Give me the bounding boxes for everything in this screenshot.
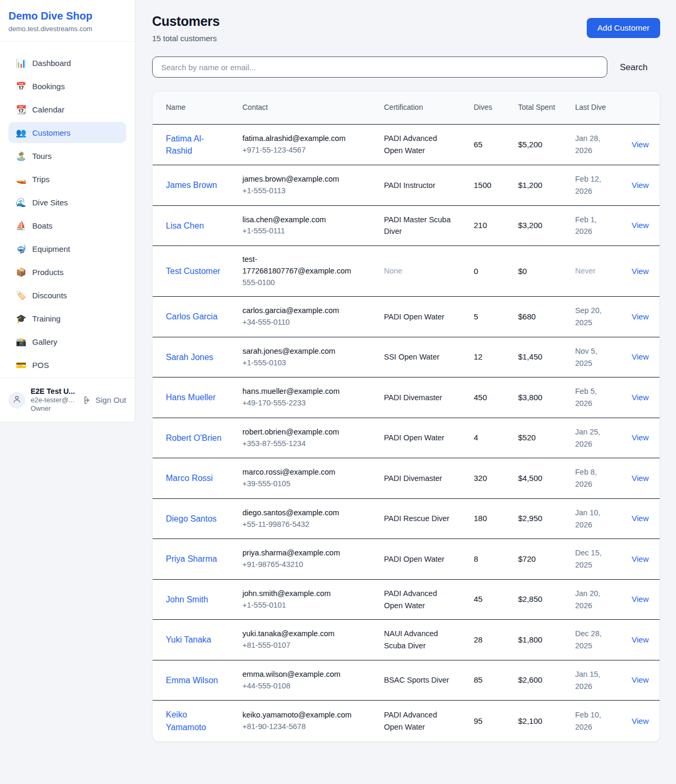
boats-icon: ⛵: [16, 221, 26, 231]
sidebar-item-dashboard[interactable]: 📊Dashboard: [8, 52, 126, 73]
table-row: Fatima Al-Rashid fatima.alrashid@example…: [153, 124, 660, 165]
customer-name-link[interactable]: Marco Rossi: [166, 472, 213, 484]
customer-name-link[interactable]: John Smith: [166, 593, 208, 606]
customer-name-link[interactable]: Fatima Al-Rashid: [166, 133, 222, 157]
person-icon: [13, 395, 21, 405]
customer-email: emma.wilson@example.com: [242, 669, 363, 681]
last-dive-cell: Feb 1, 2026: [575, 215, 597, 236]
search-input[interactable]: [152, 56, 607, 78]
customer-name-link[interactable]: Sarah Jones: [166, 351, 213, 363]
view-link[interactable]: View: [632, 312, 649, 321]
table-row: Hans Mueller hans.mueller@example.com +4…: [153, 377, 660, 418]
customer-name-link[interactable]: Carlos Garcia: [166, 310, 218, 323]
search-bar: Search: [152, 56, 660, 78]
customer-name-link[interactable]: Hans Mueller: [166, 391, 215, 403]
customers-icon: 👥: [16, 128, 26, 138]
customer-name-link[interactable]: Lisa Chen: [166, 220, 204, 232]
column-header-contact: Contact: [229, 91, 371, 124]
user-email: e2e-tester@...: [31, 396, 78, 404]
dives-cell: 320: [474, 474, 487, 483]
customer-phone: +81-555-0107: [242, 640, 363, 651]
view-link[interactable]: View: [632, 514, 649, 523]
dives-cell: 45: [474, 594, 483, 603]
dives-cell: 0: [474, 267, 478, 276]
sidebar-item-equipment[interactable]: 🤿Equipment: [8, 238, 126, 259]
view-link[interactable]: View: [632, 554, 649, 563]
dives-cell: 95: [474, 716, 483, 725]
customer-phone: +1-555-0103: [242, 357, 363, 369]
dashboard-icon: 📊: [16, 58, 26, 68]
customer-name-link[interactable]: Emma Wilson: [166, 674, 218, 686]
customer-name-link[interactable]: Test Customer: [166, 265, 220, 277]
sidebar-item-discounts[interactable]: 🏷️Discounts: [8, 285, 126, 306]
view-link[interactable]: View: [632, 221, 649, 230]
sidebar-item-pos[interactable]: 💳POS: [8, 354, 126, 375]
certification-cell: PADI Instructor: [384, 181, 435, 190]
customer-name-link[interactable]: Robert O'Brien: [166, 432, 221, 444]
view-link[interactable]: View: [632, 594, 649, 603]
customer-phone: +1-555-0101: [242, 600, 363, 611]
column-header-total-spent: Total Spent: [505, 91, 562, 124]
sidebar-item-boats[interactable]: ⛵Boats: [8, 215, 126, 236]
search-button[interactable]: Search: [607, 62, 660, 72]
customer-email: diego.santos@example.com: [242, 507, 363, 519]
sidebar-item-trips[interactable]: 🚤Trips: [8, 168, 126, 190]
view-link[interactable]: View: [632, 181, 649, 190]
total-spent-cell: $520: [518, 433, 536, 442]
dives-cell: 210: [474, 221, 487, 230]
last-dive-cell: Feb 12, 2026: [575, 175, 601, 195]
sidebar-item-gallery[interactable]: 📸Gallery: [8, 331, 126, 352]
add-customer-button[interactable]: Add Customer: [587, 18, 660, 38]
customer-email: james.brown@example.com: [242, 174, 363, 185]
view-link[interactable]: View: [632, 352, 649, 361]
table-row: Diego Santos diego.santos@example.com +5…: [153, 498, 660, 539]
sidebar-user-section: E2E Test U... e2e-tester@... Owner Sign …: [0, 377, 135, 422]
column-header-last-dive: Last Dive: [562, 91, 618, 124]
customer-phone: +353-87-555-1234: [242, 438, 363, 450]
view-link[interactable]: View: [632, 267, 649, 276]
customers-table: NameContactCertificationDivesTotal Spent…: [153, 91, 660, 741]
sidebar-item-calendar[interactable]: 📆Calendar: [8, 99, 126, 120]
view-link[interactable]: View: [632, 675, 649, 684]
view-link[interactable]: View: [632, 474, 649, 483]
sidebar-item-label: Bookings: [32, 82, 65, 91]
view-link[interactable]: View: [632, 716, 649, 725]
sidebar-item-bookings[interactable]: 📅Bookings: [8, 75, 126, 97]
view-link[interactable]: View: [632, 635, 649, 644]
main-content: Customers 15 total customers Add Custome…: [135, 0, 676, 742]
customer-name-link[interactable]: Keiko Yamamoto: [166, 709, 222, 733]
dives-cell: 28: [474, 635, 483, 644]
sidebar-item-products[interactable]: 📦Products: [8, 261, 126, 282]
view-link[interactable]: View: [632, 140, 649, 149]
products-icon: 📦: [16, 267, 26, 277]
table-row: Robert O'Brien robert.obrien@example.com…: [153, 418, 660, 458]
page-header: Customers 15 total customers Add Custome…: [152, 14, 660, 43]
customer-phone: +55-11-99876-5432: [242, 519, 363, 531]
customer-phone: 555-0100: [242, 277, 363, 289]
total-spent-cell: $720: [518, 554, 536, 563]
certification-cell: BSAC Sports Diver: [384, 676, 449, 684]
customer-phone: +39-555-0105: [242, 478, 363, 490]
customer-email: fatima.alrashid@example.com: [242, 133, 363, 145]
total-spent-cell: $1,800: [518, 635, 542, 644]
customer-name-link[interactable]: Priya Sharma: [166, 553, 217, 565]
customer-email: lisa.chen@example.com: [242, 214, 363, 226]
sidebar-item-training[interactable]: 🎓Training: [8, 308, 126, 329]
sidebar-item-dive-sites[interactable]: 🌊Dive Sites: [8, 192, 126, 213]
customer-name-link[interactable]: Yuki Tanaka: [166, 634, 211, 646]
sidebar-item-label: Boats: [32, 221, 52, 230]
customer-phone: +49-170-555-2233: [242, 398, 363, 409]
sign-out-button[interactable]: Sign Out: [83, 395, 126, 404]
sidebar-item-customers[interactable]: 👥Customers: [8, 122, 126, 143]
customer-name-link[interactable]: James Brown: [166, 179, 217, 191]
last-dive-cell: Feb 8, 2026: [575, 468, 597, 488]
view-link[interactable]: View: [632, 433, 649, 442]
table-row: Yuki Tanaka yuki.tanaka@example.com +81-…: [153, 620, 660, 660]
sidebar-item-label: Gallery: [32, 337, 58, 346]
sidebar-item-tours[interactable]: 🏝️Tours: [8, 145, 126, 166]
sidebar-item-label: Customers: [32, 128, 71, 137]
certification-cell: PADI Rescue Diver: [384, 514, 449, 523]
table-row: John Smith john.smith@example.com +1-555…: [153, 579, 660, 620]
customer-name-link[interactable]: Diego Santos: [166, 513, 217, 525]
view-link[interactable]: View: [632, 393, 649, 402]
